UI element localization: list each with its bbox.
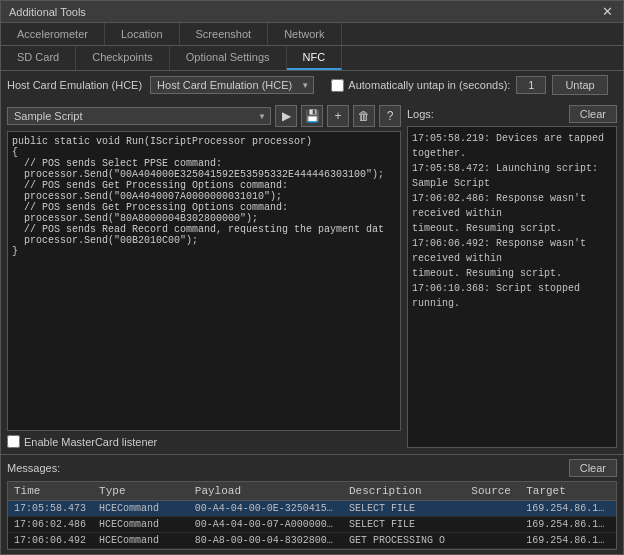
table-cell-5: 169.254.86.176 — [520, 533, 616, 549]
tab-optional-settings[interactable]: Optional Settings — [170, 46, 287, 70]
table-cell-0: 17:05:58.473 — [8, 501, 93, 517]
untap-button[interactable]: Untap — [552, 75, 607, 95]
table-cell-3: GET PROCESSING O — [343, 533, 465, 549]
table-cell-5: 169.254.86.176 — [520, 501, 616, 517]
table-cell-4 — [465, 533, 520, 549]
hce-row: Host Card Emulation (HCE) Host Card Emul… — [1, 71, 623, 99]
logs-area: 17:05:58.219: Devices are tapped togethe… — [407, 126, 617, 448]
hce-dropdown-wrapper: Host Card Emulation (HCE) — [150, 76, 314, 94]
save-button[interactable]: 💾 — [301, 105, 323, 127]
messages-table: Time Type Payload Description Source Tar… — [8, 482, 616, 549]
auto-untap-checkbox[interactable] — [331, 79, 344, 92]
table-cell-0: 17:06:02.486 — [8, 517, 93, 533]
col-header-time: Time — [8, 482, 93, 501]
script-dropdown[interactable]: Sample Script — [7, 107, 271, 125]
tab-sdcard[interactable]: SD Card — [1, 46, 76, 70]
left-panel: Sample Script ▶ 💾 + 🗑 ? public static vo… — [7, 105, 401, 448]
script-editor[interactable]: public static void Run(IScriptProcessor … — [7, 131, 401, 431]
delete-button[interactable]: 🗑 — [353, 105, 375, 127]
table-cell-3: SELECT FILE — [343, 501, 465, 517]
log-entry-1: 17:05:58.472: Launching script: Sample S… — [412, 161, 612, 191]
col-header-source: Source — [465, 482, 520, 501]
col-header-type: Type — [93, 482, 189, 501]
messages-clear-button[interactable]: Clear — [569, 459, 617, 477]
table-cell-1: HCECommand — [93, 501, 189, 517]
table-cell-2: 80-A8-00-00-04-83028000-00 — [189, 533, 343, 549]
script-select-wrapper: Sample Script — [7, 107, 271, 125]
logs-title: Logs: — [407, 108, 434, 120]
tab-location[interactable]: Location — [105, 23, 180, 45]
messages-header: Messages: Clear — [7, 459, 617, 477]
tab-network[interactable]: Network — [268, 23, 341, 45]
log-entry-4: 17:06:06.492: Response wasn't received w… — [412, 236, 612, 266]
nav-tabs-row1: Accelerometer Location Screenshot Networ… — [1, 23, 623, 46]
script-toolbar: Sample Script ▶ 💾 + 🗑 ? — [7, 105, 401, 127]
log-entry-2: 17:06:02.486: Response wasn't received w… — [412, 191, 612, 221]
table-cell-0: 17:06:06.492 — [8, 533, 93, 549]
messages-table-container: Time Type Payload Description Source Tar… — [7, 481, 617, 550]
messages-title: Messages: — [7, 462, 60, 474]
hce-label: Host Card Emulation (HCE) — [7, 79, 142, 91]
enable-mastercard-row: Enable MasterCard listener — [7, 435, 401, 448]
enable-mastercard-label: Enable MasterCard listener — [24, 436, 157, 448]
table-row[interactable]: 17:06:02.486HCECommand00-A4-04-00-07-A00… — [8, 517, 616, 533]
window-title: Additional Tools — [9, 6, 86, 18]
tab-accelerometer[interactable]: Accelerometer — [1, 23, 105, 45]
logs-header: Logs: Clear — [407, 105, 617, 123]
title-bar: Additional Tools ✕ — [1, 1, 623, 23]
table-cell-4 — [465, 517, 520, 533]
table-cell-2: 00-A4-04-00-07-A000000003101D- — [189, 517, 343, 533]
auto-untap-label: Automatically untap in (seconds): — [348, 79, 510, 91]
table-cell-1: HCECommand — [93, 517, 189, 533]
tab-checkpoints[interactable]: Checkpoints — [76, 46, 170, 70]
nav-tabs-row2: SD Card Checkpoints Optional Settings NF… — [1, 46, 623, 71]
auto-untap-checkbox-item: Automatically untap in (seconds): — [331, 79, 510, 92]
log-entry-5: timeout. Resuming script. — [412, 266, 612, 281]
hce-dropdown[interactable]: Host Card Emulation (HCE) — [150, 76, 314, 94]
table-row[interactable]: 17:05:58.473HCECommand00-A4-04-00-0E-325… — [8, 501, 616, 517]
log-entry-6: 17:06:10.368: Script stopped running. — [412, 281, 612, 311]
table-cell-1: HCECommand — [93, 533, 189, 549]
main-content: Sample Script ▶ 💾 + 🗑 ? public static vo… — [1, 99, 623, 454]
add-button[interactable]: + — [327, 105, 349, 127]
logs-clear-button[interactable]: Clear — [569, 105, 617, 123]
col-header-target: Target — [520, 482, 616, 501]
help-button[interactable]: ? — [379, 105, 401, 127]
messages-section: Messages: Clear Time Type Payload Descri… — [1, 454, 623, 554]
tab-screenshot[interactable]: Screenshot — [180, 23, 269, 45]
tab-nfc[interactable]: NFC — [287, 46, 343, 70]
table-cell-5: 169.254.86.176 — [520, 517, 616, 533]
untap-seconds-input[interactable]: 1 — [516, 76, 546, 94]
table-cell-4 — [465, 501, 520, 517]
log-entry-0: 17:05:58.219: Devices are tapped togethe… — [412, 131, 612, 161]
right-panel: Logs: Clear 17:05:58.219: Devices are ta… — [407, 105, 617, 448]
close-button[interactable]: ✕ — [600, 5, 615, 18]
log-entry-3: timeout. Resuming script. — [412, 221, 612, 236]
additional-tools-window: Additional Tools ✕ Accelerometer Locatio… — [0, 0, 624, 555]
col-header-payload: Payload — [189, 482, 343, 501]
table-cell-3: SELECT FILE — [343, 517, 465, 533]
table-cell-2: 00-A4-04-00-0E-325041592E53595 — [189, 501, 343, 517]
table-header-row: Time Type Payload Description Source Tar… — [8, 482, 616, 501]
enable-mastercard-checkbox[interactable] — [7, 435, 20, 448]
table-row[interactable]: 17:06:06.492HCECommand80-A8-00-00-04-830… — [8, 533, 616, 549]
auto-untap-area: Automatically untap in (seconds): 1 Unta… — [322, 75, 617, 95]
col-header-description: Description — [343, 482, 465, 501]
play-button[interactable]: ▶ — [275, 105, 297, 127]
